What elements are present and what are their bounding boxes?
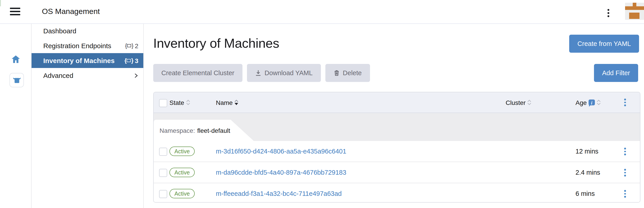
age-info-tooltip-icon[interactable]: i <box>588 99 595 105</box>
elemental-app-button[interactable] <box>10 73 24 87</box>
namespace-group-row: Namespace: fleet-default <box>154 113 640 141</box>
icon-rail <box>0 23 31 208</box>
braces-resource-icon: {} <box>124 57 133 64</box>
nav-label: Registration Endpoints <box>43 42 111 49</box>
row-checkbox[interactable] <box>159 169 167 177</box>
row-actions-kebab-icon[interactable] <box>624 190 626 198</box>
age-value: 2.4 mins <box>576 169 600 176</box>
brand-logo <box>625 3 644 20</box>
bulk-actions-row: Create Elemental Cluster Download YAML D… <box>153 64 640 82</box>
status-badge: Active <box>170 147 195 156</box>
row-actions-kebab-icon[interactable] <box>624 169 626 176</box>
braces-resource-icon: {} <box>125 42 133 49</box>
resource-count-badge: {} 3 <box>124 57 138 64</box>
status-badge: Active <box>170 168 195 177</box>
resource-count-badge: {} 2 <box>125 42 138 49</box>
add-filter-button[interactable]: Add Filter <box>594 64 638 82</box>
table-row: Active m-ffeeeadd-f3a1-4a32-bc4c-711e497… <box>154 183 640 203</box>
age-value: 12 mins <box>576 148 598 155</box>
sort-icon-active-desc <box>234 99 239 105</box>
page-title: Inventory of Machines <box>153 36 279 51</box>
nav-label: Dashboard <box>43 27 76 35</box>
machine-name-link[interactable]: m-da96cdde-bfd5-4a40-897a-4676bb729183 <box>216 169 346 176</box>
age-value: 6 mins <box>576 190 595 197</box>
page-head: Inventory of Machines <box>153 33 640 53</box>
main-content: Inventory of Machines Create from YAML C… <box>153 23 640 208</box>
button-label: Download YAML <box>264 69 312 77</box>
sidebar-item-inventory-of-machines[interactable]: Inventory of Machines {} 3 <box>32 53 143 68</box>
machine-name-link[interactable]: m-ffeeeadd-f3a1-4a32-bc4c-711e497a63ad <box>216 190 342 197</box>
sidebar-item-registration-endpoints[interactable]: Registration Endpoints {} 2 <box>32 38 143 53</box>
machines-table: State Name Cluster <box>153 92 640 203</box>
hamburger-menu-icon[interactable] <box>10 8 20 16</box>
create-from-yaml-button[interactable]: Create from YAML <box>570 35 639 53</box>
top-header: OS Management <box>0 0 644 24</box>
sidebar-item-dashboard[interactable]: Dashboard <box>32 23 143 38</box>
column-header-state[interactable]: State <box>170 92 190 113</box>
status-badge: Active <box>170 189 195 198</box>
column-label: Age <box>576 99 587 106</box>
machine-name-link[interactable]: m-3d16f650-d424-4806-aa5a-e435a96c6401 <box>216 148 346 155</box>
namespace-label: Namespace: <box>160 127 195 134</box>
count-value: 3 <box>135 57 138 64</box>
sort-icon <box>186 99 190 105</box>
row-checkbox[interactable] <box>159 190 167 198</box>
os-management-app: OS Management Dashboard Registr <box>0 0 644 208</box>
namespace-value: fleet-default <box>197 127 230 134</box>
delete-button[interactable]: Delete <box>325 64 370 82</box>
download-yaml-button[interactable]: Download YAML <box>247 64 321 82</box>
column-header-cluster[interactable]: Cluster <box>506 92 532 113</box>
column-header-age[interactable]: Age i <box>576 92 601 113</box>
sort-icon <box>528 99 532 105</box>
sort-icon <box>597 99 601 105</box>
bull-icon <box>12 77 21 84</box>
sidebar-item-advanced[interactable]: Advanced <box>32 68 143 83</box>
table-columns-kebab-icon[interactable] <box>624 99 626 106</box>
download-icon <box>255 70 262 76</box>
column-label: Cluster <box>506 99 526 106</box>
create-elemental-cluster-button[interactable]: Create Elemental Cluster <box>153 64 242 82</box>
home-icon[interactable] <box>11 55 20 63</box>
table-row: Active m-da96cdde-bfd5-4a40-897a-4676bb7… <box>154 162 640 183</box>
nav-label: Inventory of Machines <box>43 57 115 64</box>
namespace-group-tab: Namespace: fleet-default <box>154 120 254 141</box>
count-value: 2 <box>135 42 138 49</box>
row-actions-kebab-icon[interactable] <box>624 148 626 155</box>
table-row: Active m-3d16f650-d424-4806-aa5a-e435a96… <box>154 141 640 162</box>
chevron-right-icon <box>134 73 138 78</box>
sidebar-divider <box>143 23 144 208</box>
table-header: State Name Cluster <box>154 92 640 113</box>
select-all-checkbox[interactable] <box>159 99 167 107</box>
side-nav: Dashboard Registration Endpoints {} 2 In… <box>32 23 143 83</box>
button-label: Delete <box>343 69 362 77</box>
corner-decoration <box>0 0 1 6</box>
app-title: OS Management <box>42 0 100 23</box>
column-label: State <box>170 99 184 106</box>
column-label: Name <box>216 99 233 106</box>
column-header-name[interactable]: Name <box>216 92 239 113</box>
nav-label: Advanced <box>43 72 73 79</box>
row-checkbox[interactable] <box>159 148 167 156</box>
trash-icon <box>333 70 340 76</box>
header-kebab-icon[interactable] <box>608 9 609 17</box>
